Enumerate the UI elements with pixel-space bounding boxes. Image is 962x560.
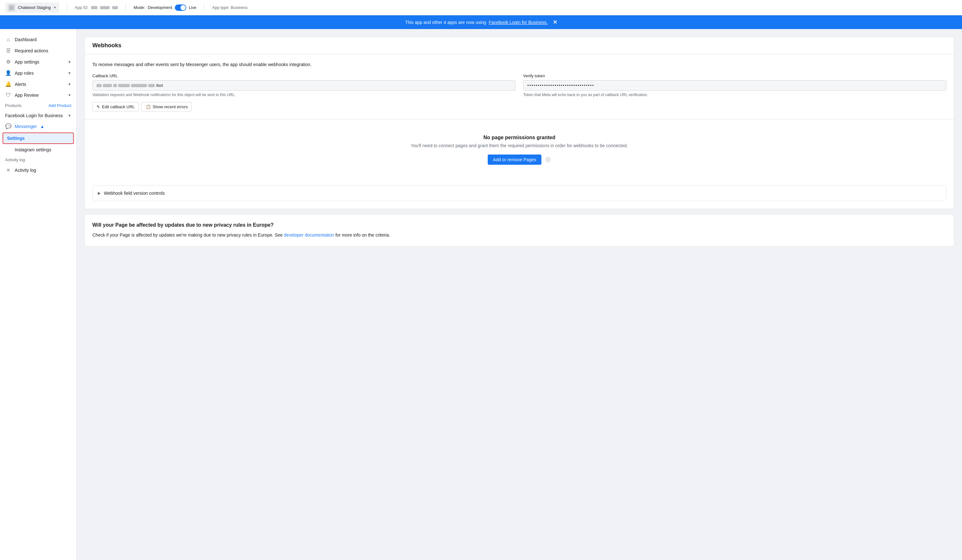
sidebar-item-settings-active[interactable]: Settings	[3, 132, 74, 144]
webhooks-body: To receive messages and other events sen…	[85, 54, 954, 119]
sidebar-item-app-roles[interactable]: 👤 App roles ▼	[0, 68, 76, 79]
webhooks-description: To receive messages and other events sen…	[92, 62, 946, 67]
messenger-label: Messenger	[15, 124, 37, 129]
app-id-label: App ID:	[75, 5, 89, 10]
required-actions-label: Required actions	[15, 48, 71, 53]
toggle-knob	[181, 5, 186, 10]
instagram-settings-label: Instagram settings	[15, 147, 51, 152]
webhook-actions: ✎ Edit callback URL 📋 Show recent errors	[92, 102, 946, 111]
svg-rect-0	[9, 5, 14, 10]
settings-active-label: Settings	[7, 136, 24, 141]
activity-log-section-label: Activity log	[5, 158, 25, 162]
webhook-fields: Callback URL /bot Validation requests an…	[92, 73, 946, 97]
privacy-description: Check if your Page is affected by update…	[92, 232, 946, 238]
divider	[67, 3, 67, 12]
verify-token-label: Verify token	[523, 73, 946, 78]
webhook-field-version-accordion: ▶ Webhook field version controls	[92, 185, 946, 201]
warning-icon: ☰	[5, 48, 11, 54]
developer-documentation-link[interactable]: developer documentation	[284, 232, 334, 238]
home-icon: ⌂	[5, 37, 11, 42]
divider-2	[126, 3, 126, 12]
token-description: Token that Meta will echo back to you as…	[523, 93, 946, 97]
info-icon[interactable]: ⓘ	[545, 157, 551, 163]
edit-icon: ✎	[97, 105, 100, 109]
sidebar-item-dashboard[interactable]: ⌂ Dashboard	[0, 34, 76, 45]
chevron-down-icon: ▼	[53, 6, 56, 9]
list-icon: ≡	[5, 167, 11, 173]
sidebar-item-alerts[interactable]: 🔔 Alerts ▼	[0, 79, 76, 90]
sidebar-item-messenger[interactable]: 💬 Messenger ▲	[0, 121, 76, 132]
top-bar: Chatwoot Staging ▼ App ID: Mode: Develop…	[0, 0, 962, 15]
chevron-icon-4: ▼	[68, 93, 71, 97]
add-product-link[interactable]: Add Product	[48, 103, 71, 108]
app-selector[interactable]: Chatwoot Staging ▼	[5, 3, 59, 13]
chevron-icon-2: ▼	[68, 71, 71, 75]
verify-token-input[interactable]	[523, 80, 946, 91]
divider-3	[204, 3, 205, 12]
mode-section: Mode: Development Live	[134, 5, 197, 11]
privacy-title: Will your Page be affected by updates du…	[92, 222, 946, 228]
person-icon: 👤	[5, 70, 11, 76]
sidebar-item-app-settings[interactable]: ⚙ App settings ▼	[0, 56, 76, 68]
url-seg-5	[131, 84, 147, 87]
url-seg-3	[113, 84, 117, 87]
callback-url-label: Callback URL	[92, 73, 515, 78]
app-roles-label: App roles	[15, 71, 65, 76]
chevron-right-icon: ▶	[98, 191, 101, 195]
chevron-icon-5: ▼	[68, 114, 71, 117]
show-errors-button[interactable]: 📋 Show recent errors	[142, 102, 192, 111]
mode-toggle[interactable]	[175, 5, 186, 11]
dashboard-label: Dashboard	[15, 37, 71, 42]
url-suffix: /bot	[156, 83, 163, 88]
activity-log-section: Activity log	[0, 155, 76, 165]
banner-close-button[interactable]: ✕	[553, 19, 557, 25]
url-seg-4	[118, 84, 130, 87]
chevron-icon-6: ▲	[40, 124, 44, 129]
validation-description: Validation requests and Webhook notifica…	[92, 93, 515, 97]
url-seg-1	[97, 84, 102, 87]
products-label: Products	[5, 103, 21, 108]
callback-url-input: /bot	[92, 80, 515, 91]
app-name: Chatwoot Staging	[18, 5, 51, 10]
sidebar-item-facebook-login[interactable]: Facebook Login for Business ▼	[0, 111, 76, 121]
alerts-label: Alerts	[15, 82, 65, 87]
messenger-icon: 💬	[5, 123, 11, 129]
app-type-label: App type:	[212, 5, 230, 10]
app-review-label: App Review	[15, 93, 65, 98]
chevron-icon-3: ▼	[68, 82, 71, 86]
main-layout: ⌂ Dashboard ☰ Required actions ⚙ App set…	[0, 29, 962, 560]
privacy-desc-text: Check if your Page is affected by update…	[92, 232, 284, 238]
url-seg-2	[103, 84, 112, 87]
settings-icon: ⚙	[5, 59, 11, 65]
app-icon	[8, 4, 15, 11]
app-id-block-3	[112, 6, 118, 9]
notification-banner: This app and other 4 apps are now using …	[0, 15, 962, 29]
sidebar-item-required-actions[interactable]: ☰ Required actions	[0, 45, 76, 56]
webhooks-card: Webhooks To receive messages and other e…	[84, 37, 954, 209]
accordion-toggle[interactable]: ▶ Webhook field version controls	[93, 185, 946, 201]
sidebar-item-instagram-settings[interactable]: Instagram settings	[0, 145, 76, 155]
mode-label: Mode:	[134, 5, 145, 10]
url-seg-6	[148, 84, 155, 87]
bell-icon: 🔔	[5, 81, 11, 87]
chevron-icon: ▼	[68, 60, 71, 64]
sidebar-item-app-review[interactable]: 🛡 App Review ▼	[0, 90, 76, 101]
no-permissions-section: No page permissions granted You'll need …	[85, 119, 954, 180]
sidebar: ⌂ Dashboard ☰ Required actions ⚙ App set…	[0, 29, 77, 560]
activity-log-label: Activity log	[15, 167, 71, 173]
privacy-card: Will your Page be affected by updates du…	[84, 214, 954, 246]
banner-link[interactable]: Facebook Login for Business.	[489, 20, 547, 25]
app-id-block-1	[91, 6, 97, 9]
products-section-header: Products Add Product	[0, 101, 76, 111]
app-type-section: App type: Business	[212, 5, 248, 10]
accordion-label: Webhook field version controls	[104, 191, 165, 196]
shield-icon: 🛡	[5, 92, 11, 98]
app-type-value: Business	[231, 5, 248, 10]
webhooks-title: Webhooks	[85, 37, 954, 54]
banner-text: This app and other 4 apps are now using	[405, 20, 486, 25]
privacy-desc-end: for more info on the criteria.	[335, 232, 390, 238]
live-label: Live	[189, 5, 197, 10]
sidebar-item-activity-log[interactable]: ≡ Activity log	[0, 165, 76, 175]
add-remove-pages-button[interactable]: Add or remove Pages	[488, 154, 541, 165]
edit-callback-button[interactable]: ✎ Edit callback URL	[92, 102, 139, 111]
